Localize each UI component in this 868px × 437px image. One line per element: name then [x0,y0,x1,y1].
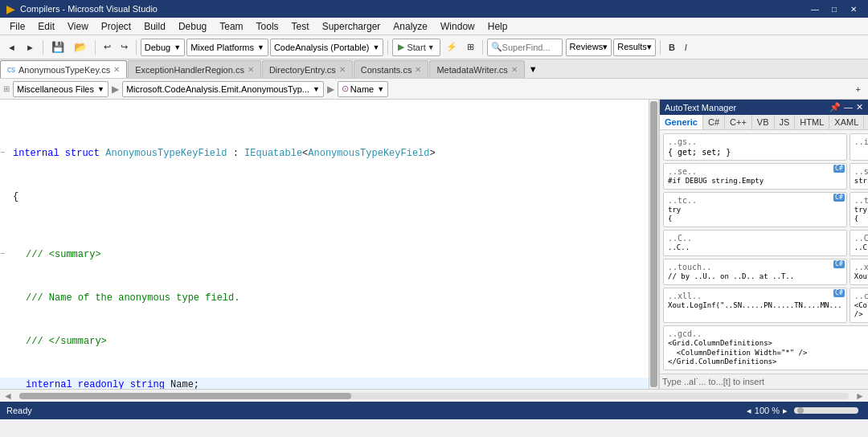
member-dropdown[interactable]: ⊙ Name ▼ [338,81,388,97]
tab-anonymous-type-key[interactable]: cs AnonymousTypeKey.cs ✕ [0,60,127,78]
at-tab-xml[interactable]: XML [864,115,868,129]
at-tab-js[interactable]: JS [775,115,796,129]
horizontal-scrollbar[interactable]: ◄ ► [0,389,868,402]
at-item-tcx[interactable]: ..tcx.. C# try{ [850,192,868,227]
at-item-tc[interactable]: ..tc.. C# try{ [663,192,847,227]
reviews-dropdown[interactable]: Reviews▾ [566,39,612,56]
at-tab-cpp[interactable]: C++ [725,115,752,129]
start-button[interactable]: ▶ Start ▼ [392,39,440,56]
at-item-xll2[interactable]: ..xll.. C# Xout.LogInf("..SN.....PN.....… [663,288,847,323]
add-button[interactable]: + [852,80,865,98]
at-item-touch[interactable]: ..touch.. C# // by ..U.. on ..D.. at ..T… [663,259,847,285]
vertical-scrollbar[interactable] [649,100,658,389]
zoom-track[interactable] [794,407,858,414]
superfind-input[interactable] [502,43,559,52]
menu-debug[interactable]: Debug [172,19,213,34]
redo-button[interactable]: ↪ [117,39,132,56]
tab-overflow-arrow[interactable]: ▼ [526,60,541,78]
at-item-c1[interactable]: ..C.. ..C.. [663,230,847,256]
start-label: Start [407,43,425,52]
menu-window[interactable]: Window [434,19,481,34]
debug-mode-label: Debug [145,43,170,52]
tab-close-3[interactable]: ✕ [415,65,421,74]
autotext-close[interactable]: ✕ [856,102,863,112]
hscroll-thumb[interactable] [19,393,351,399]
tab-close-2[interactable]: ✕ [339,65,346,74]
expand-1[interactable]: − [0,146,10,161]
at-item-gs[interactable]: ..gs.. { get; set; } [663,133,847,161]
code-line-1: − internal struct AnonymousTypeKeyField … [0,146,658,161]
at-tab-generic[interactable]: Generic [660,115,703,129]
results-dropdown[interactable]: Results▾ [613,39,656,56]
code-analysis-dropdown[interactable]: CodeAnalysis (Portable) ▼ [270,39,384,56]
menu-help[interactable]: Help [481,19,514,34]
hscroll-left[interactable]: ◄ [0,390,16,402]
at-tab-cs[interactable]: C# [703,115,725,129]
close-button[interactable]: ✕ [845,3,862,14]
tab-close-1[interactable]: ✕ [248,65,254,74]
undo-button[interactable]: ↩ [100,39,115,56]
menu-test[interactable]: Test [285,19,316,34]
toolbar-btn-a[interactable]: ⚡ [442,39,461,56]
menu-file[interactable]: File [3,19,31,34]
tab-constants[interactable]: Constants.cs ✕ [354,60,429,78]
debug-mode-arrow: ▼ [174,43,181,51]
at-tab-html[interactable]: HTML [795,115,829,129]
hscroll-right[interactable]: ► [852,390,868,402]
menu-edit[interactable]: Edit [31,19,61,34]
at-item-sn[interactable]: ..sn.. C# string.IsNullOrEmpty(..C..) [850,163,868,190]
zoom-controls: ◂ 100 % ▸ [747,406,862,416]
tab-close-4[interactable]: ✕ [511,65,518,74]
namespace-dropdown[interactable]: Microsoft.CodeAnalysis.Emit.AnonymousTyp… [122,81,324,97]
autotext-minimize[interactable]: — [844,102,853,112]
vscroll-thumb[interactable] [650,101,657,387]
tab-directory-entry[interactable]: DirectoryEntry.cs ✕ [262,60,353,78]
autotext-pin[interactable]: 📌 [829,102,841,112]
menu-tools[interactable]: Tools [250,19,285,34]
window-controls: — □ ✕ [807,3,862,14]
tab-close-0[interactable]: ✕ [113,65,120,74]
zoom-out-button[interactable]: ◂ [747,406,751,416]
expand-3[interactable]: − [0,247,10,262]
debug-mode-dropdown[interactable]: Debug ▼ [141,39,185,56]
tab-label-2: DirectoryEntry.cs [269,65,336,75]
at-tab-xaml[interactable]: XAML [829,115,864,129]
platform-dropdown[interactable]: Mixed Platforms ▼ [186,39,268,56]
hscroll-track[interactable] [19,393,849,399]
save-button[interactable]: 💾 [47,39,68,56]
at-badge-tc: C# [833,194,845,202]
save-all-button[interactable]: 📂 [70,39,91,56]
at-item-cd[interactable]: ..cd.. XAML <ColumnDefinition Width="*" … [850,288,868,323]
at-item-c2[interactable]: ..C.. ..C.. [850,230,868,256]
forward-button[interactable]: ► [22,39,39,56]
menu-team[interactable]: Team [213,19,249,34]
bold-button[interactable]: B [665,39,679,56]
start-arrow: ▼ [428,43,435,51]
at-tab-vb[interactable]: VB [752,115,775,129]
italic-button[interactable]: I [681,39,691,56]
tab-exception-handler[interactable]: ExceptionHandlerRegion.cs ✕ [128,60,261,78]
autotext-content: ..gs.. { get; set; } ..id.. C# ..se.. C#… [660,130,868,374]
search-icon: 🔍 [491,42,502,52]
menu-view[interactable]: View [61,19,95,34]
superfind-bar[interactable]: 🔍 [487,39,563,56]
maximize-button[interactable]: □ [826,3,842,14]
zoom-thumb[interactable] [797,407,804,414]
menu-project[interactable]: Project [95,19,137,34]
menu-build[interactable]: Build [137,19,172,34]
menu-analyze[interactable]: Analyze [387,19,434,34]
separator-6 [660,40,661,55]
path-bar: ⊞ Miscellaneous Files ▼ ▶ Microsoft.Code… [0,79,868,100]
at-item-se[interactable]: ..se.. C# #if DEBUG string.Empty [663,163,847,190]
back-button[interactable]: ◄ [3,39,20,56]
minimize-button[interactable]: — [807,3,823,14]
menu-supercharger[interactable]: Supercharger [316,19,387,34]
project-dropdown[interactable]: Miscellaneous Files ▼ [13,81,108,97]
toolbar-btn-b[interactable]: ⊞ [463,39,478,56]
code-line-3: − /// <summary> [0,247,658,262]
zoom-in-button[interactable]: ▸ [783,406,788,416]
at-item-gcd[interactable]: ..gcd.. XAML <Grid.ColumnDefinitions> <C… [663,325,868,370]
at-item-xll1[interactable]: ..xll.. C# Xout.LogInf("..C.."); [850,259,868,285]
at-item-id[interactable]: ..id.. C# [850,133,868,161]
tab-metadata-writer[interactable]: MetadataWriter.cs ✕ [429,60,524,78]
